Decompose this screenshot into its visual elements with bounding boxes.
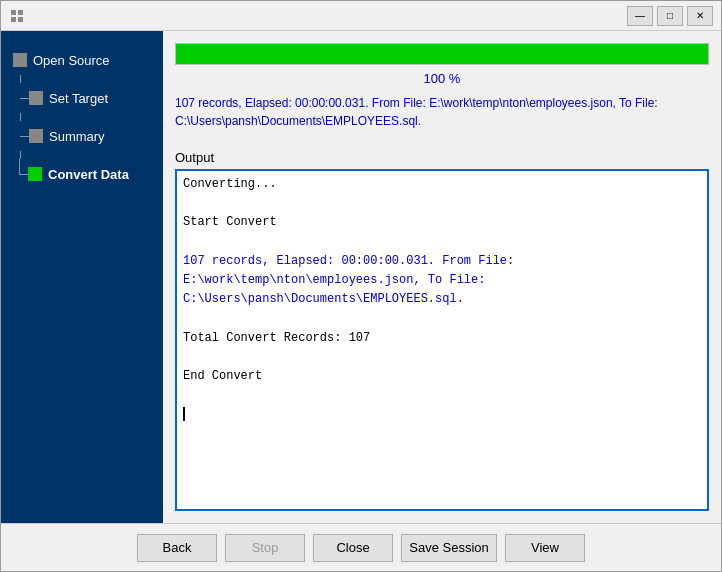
output-box: Converting... Start Convert 107 records,…	[175, 169, 709, 511]
progress-percent: 100 %	[175, 71, 709, 86]
sidebar-item-open-source[interactable]: Open Source	[9, 45, 163, 75]
svg-rect-3	[18, 17, 23, 22]
svg-rect-1	[18, 10, 23, 15]
sidebar-item-set-target[interactable]: Set Target	[9, 83, 163, 113]
bottom-bar: Back Stop Close Save Session View	[1, 523, 721, 571]
sidebar-item-convert-data[interactable]: Convert Data	[9, 159, 163, 189]
status-text: 107 records, Elapsed: 00:00:00.031. From…	[175, 94, 709, 130]
summary-label: Summary	[49, 129, 105, 144]
right-panel: 100 % 107 records, Elapsed: 00:00:00.031…	[163, 31, 721, 523]
sidebar-item-summary[interactable]: Summary	[9, 121, 163, 151]
open-source-label: Open Source	[33, 53, 110, 68]
main-content: Open Source Set Target	[1, 31, 721, 523]
set-target-label: Set Target	[49, 91, 108, 106]
minimize-button[interactable]: —	[627, 6, 653, 26]
svg-rect-2	[11, 17, 16, 22]
output-line-1: Converting...	[183, 175, 701, 194]
output-line-5: End Convert	[183, 367, 701, 386]
progress-bar-container	[175, 43, 709, 65]
title-bar: — □ ✕	[1, 1, 721, 31]
horiz-line	[20, 98, 29, 99]
v-connector-1	[20, 75, 21, 83]
output-label: Output	[175, 150, 709, 165]
progress-bar-fill	[176, 44, 708, 64]
horiz-line-3	[19, 174, 28, 175]
cursor	[183, 407, 185, 421]
open-source-icon	[13, 53, 27, 67]
svg-rect-0	[11, 10, 16, 15]
close-button-bottom[interactable]: Close	[313, 534, 393, 562]
sidebar-tree: Open Source Set Target	[1, 41, 163, 193]
app-icon	[9, 8, 25, 24]
output-line-2: Start Convert	[183, 213, 701, 232]
main-window: — □ ✕ Open Source	[0, 0, 722, 572]
horiz-line-2	[20, 136, 29, 137]
progress-section: 100 % 107 records, Elapsed: 00:00:00.031…	[175, 43, 709, 134]
stop-button[interactable]: Stop	[225, 534, 305, 562]
back-button[interactable]: Back	[137, 534, 217, 562]
v-connector-3	[20, 151, 21, 159]
title-bar-left	[9, 8, 25, 24]
output-line-4: Total Convert Records: 107	[183, 329, 701, 348]
left-vert-top	[19, 159, 20, 174]
summary-icon	[29, 129, 43, 143]
sidebar: Open Source Set Target	[1, 31, 163, 523]
set-target-icon	[29, 91, 43, 105]
maximize-button[interactable]: □	[657, 6, 683, 26]
v-connector-2	[20, 113, 21, 121]
view-button[interactable]: View	[505, 534, 585, 562]
close-button[interactable]: ✕	[687, 6, 713, 26]
save-session-button[interactable]: Save Session	[401, 534, 497, 562]
output-line-3: 107 records, Elapsed: 00:00:00.031. From…	[183, 252, 701, 310]
title-bar-controls: — □ ✕	[627, 6, 713, 26]
convert-data-icon	[28, 167, 42, 181]
convert-data-label: Convert Data	[48, 167, 129, 182]
